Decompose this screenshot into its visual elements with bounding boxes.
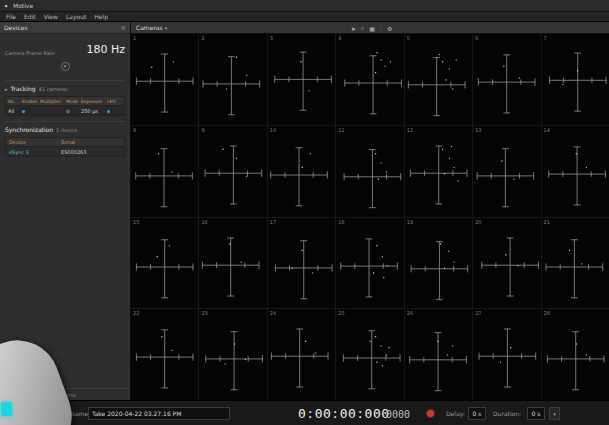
camera-view-25[interactable]: 25 bbox=[336, 309, 403, 400]
toolbar-divider: | bbox=[380, 25, 382, 32]
camera-view-4[interactable]: 4 bbox=[336, 34, 403, 125]
camera-view-23[interactable]: 23 bbox=[199, 309, 266, 400]
zoom-tool-icon[interactable]: ⌕ bbox=[361, 24, 364, 32]
devices-panel-title: Devices bbox=[4, 24, 28, 31]
camera-number-label: 19 bbox=[407, 219, 413, 225]
menu-view[interactable]: View bbox=[44, 13, 58, 20]
duration-label: Duration: bbox=[493, 410, 521, 417]
camera-view-18[interactable]: 18 bbox=[336, 218, 403, 309]
menu-bar: FileEditViewLayoutHelp bbox=[0, 12, 609, 22]
sync-col-serial: Serial bbox=[61, 139, 121, 145]
camera-grid: 1234567891011121314151617181920212223242… bbox=[131, 34, 609, 400]
camera-view-24[interactable]: 24 bbox=[268, 309, 335, 400]
camera-number-label: 15 bbox=[133, 219, 139, 225]
camera-view-7[interactable]: 7 bbox=[542, 34, 609, 125]
record-button[interactable] bbox=[426, 409, 435, 418]
camera-view-20[interactable]: 20 bbox=[473, 218, 540, 309]
camera-view-21[interactable]: 21 bbox=[542, 218, 609, 309]
tracking-table-header: No.EnableMultiplierModeExposureLED bbox=[6, 97, 124, 106]
menu-help[interactable]: Help bbox=[94, 13, 108, 20]
tracking-row-enable[interactable] bbox=[22, 108, 40, 114]
camera-view-2[interactable]: 2 bbox=[199, 34, 266, 125]
camera-number-label: 23 bbox=[201, 310, 207, 316]
camera-toolbar: ➤⌕▦|⚙ bbox=[351, 22, 393, 34]
duration-value-field[interactable]: 0 s bbox=[527, 407, 545, 420]
menu-edit[interactable]: Edit bbox=[24, 13, 36, 20]
take-name-input[interactable] bbox=[88, 407, 230, 420]
camera-view-12[interactable]: 12 bbox=[405, 126, 472, 217]
camera-number-label: 14 bbox=[544, 127, 550, 133]
settings-gear-icon[interactable]: ⚙ bbox=[387, 25, 392, 32]
camera-view-17[interactable]: 17 bbox=[268, 218, 335, 309]
sync-device-serial: ES000263 bbox=[61, 149, 121, 155]
tracking-section-header[interactable]: ▸ Tracking 41 cameras bbox=[5, 80, 125, 92]
camera-view-15[interactable]: 15 bbox=[131, 218, 198, 309]
grid-view-icon[interactable]: ▦ bbox=[369, 25, 375, 32]
frame-rate-row: Camera Frame Rate 180 Hz bbox=[5, 43, 125, 56]
bottom-control-bar: EDIT Take Name: 0:00:00:000 0000 Delay: … bbox=[0, 400, 609, 425]
camera-number-label: 7 bbox=[544, 35, 547, 41]
frame-rate-label: Camera Frame Rate bbox=[5, 50, 55, 56]
sync-section-header[interactable]: Synchronization 1 device bbox=[5, 121, 125, 133]
tracking-row-exposure[interactable]: 250 µs bbox=[81, 108, 107, 114]
delay-value-field[interactable]: 0 s bbox=[468, 407, 486, 420]
camera-view-14[interactable]: 14 bbox=[542, 126, 609, 217]
cameras-panel: Cameras ▾ ➤⌕▦|⚙ 123456789101112131415161… bbox=[131, 22, 609, 400]
camera-view-16[interactable]: 16 bbox=[199, 218, 266, 309]
camera-number-label: 10 bbox=[270, 127, 276, 133]
frame-rate-expand-button[interactable]: ▾ bbox=[61, 62, 70, 71]
camera-view-19[interactable]: 19 bbox=[405, 218, 472, 309]
camera-mode-icon[interactable]: ⊙ bbox=[66, 108, 81, 114]
tracking-table: No.EnableMultiplierModeExposureLED All ⊙… bbox=[5, 96, 125, 116]
tracking-table-row-all[interactable]: All ⊙ 250 µs bbox=[6, 106, 124, 115]
camera-view-28[interactable]: 28 bbox=[542, 309, 609, 400]
camera-view-9[interactable]: 9 bbox=[199, 126, 266, 217]
camera-number-label: 20 bbox=[475, 219, 481, 225]
camera-view-3[interactable]: 3 bbox=[268, 34, 335, 125]
duration-dropdown-button[interactable]: ▾ bbox=[549, 407, 560, 420]
tracking-col-mode: Mode bbox=[66, 99, 81, 104]
tracking-section-label: Tracking bbox=[11, 85, 36, 92]
menu-file[interactable]: File bbox=[6, 13, 16, 20]
tracking-col-exposure: Exposure bbox=[81, 99, 107, 104]
camera-number-label: 6 bbox=[475, 35, 478, 41]
tracking-col-multiplier: Multiplier bbox=[40, 99, 66, 104]
camera-number-label: 17 bbox=[270, 219, 276, 225]
camera-number-label: 24 bbox=[270, 310, 276, 316]
sync-device-row[interactable]: eSync 1ES000263 bbox=[6, 147, 124, 156]
camera-view-10[interactable]: 10 bbox=[268, 126, 335, 217]
camera-view-8[interactable]: 8 bbox=[131, 126, 198, 217]
tracking-col-enable: Enable bbox=[22, 99, 40, 104]
enable-toggle-dot[interactable] bbox=[22, 110, 25, 113]
camera-view-6[interactable]: 6 bbox=[473, 34, 540, 125]
camera-view-22[interactable]: 22 bbox=[131, 309, 198, 400]
camera-view-13[interactable]: 13 bbox=[473, 126, 540, 217]
camera-number-label: 12 bbox=[407, 127, 413, 133]
camera-view-27[interactable]: 27 bbox=[473, 309, 540, 400]
workspace: Devices × Camera Frame Rate 180 Hz ▾ ▸ T… bbox=[0, 22, 609, 400]
tab-cameras[interactable]: Cameras bbox=[136, 24, 163, 31]
camera-view-26[interactable]: 26 bbox=[405, 309, 472, 400]
title-bar: ✦ Motive bbox=[0, 0, 609, 12]
tracking-row-no: All bbox=[8, 108, 22, 114]
cameras-tab-bar: Cameras ▾ ➤⌕▦|⚙ bbox=[131, 22, 609, 34]
devices-panel-body: Camera Frame Rate 180 Hz ▾ ▸ Tracking 41… bbox=[0, 34, 130, 388]
menu-layout[interactable]: Layout bbox=[66, 13, 86, 20]
camera-number-label: 26 bbox=[407, 310, 413, 316]
frame-counter: 0000 bbox=[386, 409, 410, 420]
tracking-row-led[interactable] bbox=[107, 108, 119, 114]
camera-number-label: 2 bbox=[201, 35, 204, 41]
physical-object-led bbox=[1, 402, 12, 416]
chevron-down-icon[interactable]: ▾ bbox=[165, 25, 168, 31]
camera-view-11[interactable]: 11 bbox=[336, 126, 403, 217]
devices-panel-header: Devices × bbox=[0, 22, 130, 34]
camera-view-5[interactable]: 5 bbox=[405, 34, 472, 125]
select-tool-icon[interactable]: ➤ bbox=[351, 25, 356, 32]
sync-table-header: Device Serial bbox=[6, 138, 124, 147]
camera-view-1[interactable]: 1 bbox=[131, 34, 198, 125]
camera-number-label: 28 bbox=[544, 310, 550, 316]
timecode-display: 0:00:00:000 bbox=[298, 406, 390, 421]
close-icon[interactable]: × bbox=[120, 24, 126, 32]
led-toggle-dot[interactable] bbox=[107, 110, 110, 113]
camera-number-label: 4 bbox=[338, 35, 341, 41]
